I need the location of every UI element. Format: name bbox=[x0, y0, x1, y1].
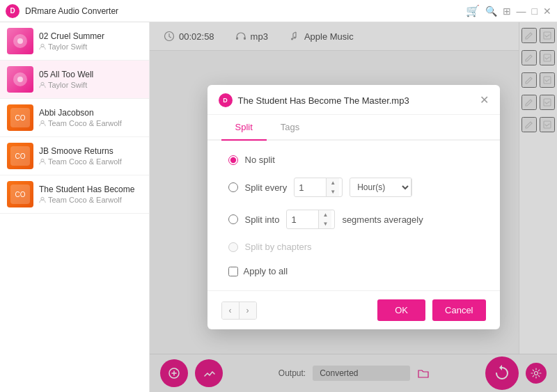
svg-point-1 bbox=[17, 38, 23, 44]
prev-button[interactable]: ‹ bbox=[222, 302, 240, 319]
ok-button[interactable]: OK bbox=[377, 299, 425, 321]
track-info: 02 Cruel Summer Taylor Swift bbox=[39, 31, 142, 51]
track-name: The Student Has Become bbox=[39, 185, 142, 194]
track-item[interactable]: 05 All Too Well Taylor Swift bbox=[0, 61, 149, 99]
track-name: JB Smoove Returns bbox=[39, 146, 142, 156]
dialog-footer: ‹ › OK Cancel bbox=[207, 290, 500, 329]
minimize-icon[interactable]: — bbox=[517, 6, 526, 17]
spinner-up[interactable]: ▲ bbox=[327, 178, 339, 187]
no-split-label: No split bbox=[245, 155, 275, 165]
svg-text:CO: CO bbox=[15, 191, 26, 198]
select-arrow-icon: ▼ bbox=[411, 178, 412, 196]
split-dialog: D The Student Has Become The Master.mp3 … bbox=[207, 85, 500, 329]
split-into-input-wrap: ▲ ▼ bbox=[286, 210, 335, 229]
spinner-down-2[interactable]: ▼ bbox=[319, 219, 331, 228]
track-info: JB Smoove Returns Team Coco & Earwolf bbox=[39, 146, 142, 166]
dialog-body: No split Split every ▲ ▼ bbox=[207, 141, 500, 290]
split-into-number[interactable] bbox=[287, 212, 318, 228]
dialog-logo: D bbox=[219, 93, 233, 107]
no-split-row: No split bbox=[228, 155, 479, 165]
split-every-row: Split every ▲ ▼ Hour(s) Minute(s) bbox=[228, 178, 479, 197]
apply-all-label: Apply to all bbox=[244, 266, 288, 276]
track-thumbnail bbox=[7, 28, 33, 54]
track-thumbnail: CO bbox=[7, 143, 33, 169]
svg-text:CO: CO bbox=[15, 114, 26, 122]
dialog-overlay: D The Student Has Become The Master.mp3 … bbox=[150, 22, 557, 392]
dialog-close-button[interactable]: ✕ bbox=[480, 95, 489, 106]
split-into-radio[interactable] bbox=[228, 214, 238, 224]
split-every-input-wrap: ▲ ▼ bbox=[294, 178, 343, 197]
spinners: ▲ ▼ bbox=[326, 178, 339, 196]
split-into-label: Split into bbox=[245, 214, 280, 225]
segments-text: segments averagely bbox=[342, 214, 423, 225]
window-controls: 🛒 🔍 ⊞ — □ ✕ bbox=[466, 4, 551, 17]
track-info: The Student Has Become Team Coco & Earwo… bbox=[39, 185, 142, 204]
svg-point-4 bbox=[17, 77, 23, 82]
track-thumbnail bbox=[7, 66, 33, 93]
app-logo: D bbox=[6, 4, 19, 18]
unit-select-wrap: Hour(s) Minute(s) Second(s) ▼ bbox=[350, 178, 412, 197]
search-icon[interactable]: 🔍 bbox=[485, 6, 497, 17]
track-thumbnail: CO bbox=[7, 104, 33, 131]
split-chapters-radio[interactable] bbox=[228, 242, 238, 252]
split-into-row: Split into ▲ ▼ segments averagely bbox=[228, 210, 479, 229]
split-every-label: Split every bbox=[245, 182, 288, 193]
titlebar: D DRmare Audio Converter 🛒 🔍 ⊞ — □ ✕ bbox=[0, 0, 557, 22]
dialog-tabs: Split Tags bbox=[207, 115, 500, 141]
dialog-title: The Student Has Become The Master.mp3 bbox=[238, 95, 480, 106]
track-item[interactable]: CO JB Smoove Returns Team Coco & Earwolf bbox=[0, 137, 149, 175]
svg-text:CO: CO bbox=[15, 152, 26, 160]
track-artist: Taylor Swift bbox=[39, 42, 142, 51]
no-split-radio[interactable] bbox=[228, 155, 238, 165]
spinner-down[interactable]: ▼ bbox=[327, 187, 339, 196]
track-thumbnail: CO bbox=[7, 181, 33, 207]
app-title: DRmare Audio Converter bbox=[25, 6, 466, 16]
next-button[interactable]: › bbox=[240, 302, 256, 319]
track-name: 02 Cruel Summer bbox=[39, 31, 142, 41]
track-item[interactable]: CO Abbi Jacobson Team Coco & Earwolf bbox=[0, 99, 149, 137]
track-item[interactable]: 02 Cruel Summer Taylor Swift bbox=[0, 22, 149, 61]
tab-split[interactable]: Split bbox=[221, 115, 267, 139]
split-chapters-row: Split by chapters bbox=[228, 242, 479, 252]
split-every-radio[interactable] bbox=[228, 182, 238, 192]
maximize-icon[interactable]: □ bbox=[532, 6, 538, 17]
cart-icon[interactable]: 🛒 bbox=[466, 4, 480, 17]
track-name: 05 All Too Well bbox=[39, 70, 142, 79]
track-artist: Team Coco & Earwolf bbox=[39, 119, 142, 127]
track-list: 02 Cruel Summer Taylor Swift 05 All Too … bbox=[0, 22, 150, 392]
nav-buttons: ‹ › bbox=[221, 301, 257, 320]
track-artist: Team Coco & Earwolf bbox=[39, 196, 142, 204]
apply-all-checkbox[interactable] bbox=[228, 267, 238, 276]
track-item[interactable]: CO The Student Has Become Team Coco & Ea… bbox=[0, 175, 149, 214]
content-area: 00:02:58 mp3 Apple Music bbox=[150, 22, 557, 392]
unit-select[interactable]: Hour(s) Minute(s) Second(s) bbox=[350, 179, 411, 196]
track-artist: Team Coco & Earwolf bbox=[39, 157, 142, 166]
tab-tags[interactable]: Tags bbox=[267, 115, 313, 139]
split-every-number[interactable] bbox=[295, 180, 326, 196]
track-info: Abbi Jacobson Team Coco & Earwolf bbox=[39, 108, 142, 127]
track-info: 05 All Too Well Taylor Swift bbox=[39, 70, 142, 89]
spinners-2: ▲ ▼ bbox=[318, 210, 331, 228]
dialog-header: D The Student Has Become The Master.mp3 … bbox=[207, 85, 500, 115]
apply-all-row: Apply to all bbox=[228, 266, 479, 276]
main-container: 02 Cruel Summer Taylor Swift 05 All Too … bbox=[0, 22, 557, 392]
track-artist: Taylor Swift bbox=[39, 81, 142, 89]
split-chapters-label: Split by chapters bbox=[245, 242, 312, 252]
window-layout-icon[interactable]: ⊞ bbox=[503, 6, 511, 17]
spinner-up-2[interactable]: ▲ bbox=[319, 210, 331, 219]
track-name: Abbi Jacobson bbox=[39, 108, 142, 118]
close-icon[interactable]: ✕ bbox=[543, 6, 551, 17]
cancel-button[interactable]: Cancel bbox=[432, 299, 485, 321]
